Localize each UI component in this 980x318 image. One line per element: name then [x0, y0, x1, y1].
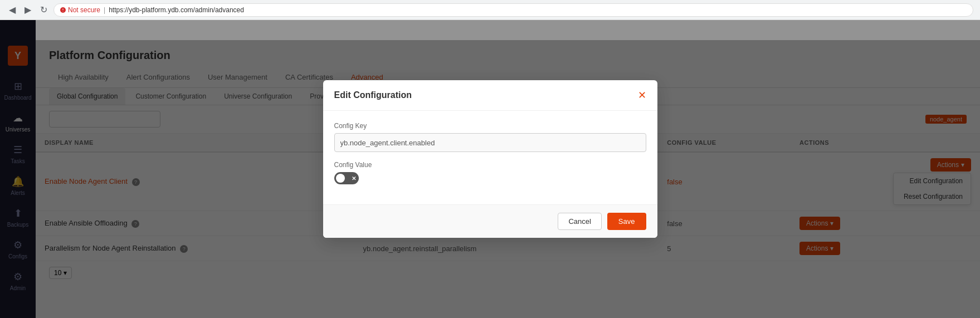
config-key-label: Config Key	[334, 122, 646, 130]
not-secure-indicator: Not secure	[60, 6, 100, 14]
back-button[interactable]: ◀	[7, 4, 18, 16]
toggle-switch[interactable]: ✕	[334, 172, 359, 184]
modal-close-button[interactable]: ✕	[638, 89, 646, 101]
config-key-group: Config Key	[334, 122, 646, 152]
config-value-label: Config Value	[334, 161, 646, 169]
reload-button[interactable]: ↻	[38, 4, 49, 16]
cancel-button[interactable]: Cancel	[558, 213, 601, 230]
not-secure-text: Not secure	[68, 6, 100, 14]
forward-button[interactable]: ▶	[22, 4, 33, 16]
browser-chrome: ◀ ▶ ↻ Not secure | https://ydb-platform.…	[0, 0, 980, 20]
toggle-x-icon: ✕	[352, 175, 356, 182]
address-bar: Not secure | https://ydb-platform.ydb.co…	[53, 3, 973, 17]
modal-header: Edit Configuration ✕	[323, 80, 657, 111]
modal-body: Config Key Config Value ✕	[323, 111, 657, 204]
modal-overlay: Edit Configuration ✕ Config Key Config V…	[0, 0, 980, 318]
modal-footer: Cancel Save	[323, 204, 657, 238]
config-value-group: Config Value ✕	[334, 161, 646, 184]
toggle-container: ✕	[334, 172, 359, 184]
config-key-input[interactable]	[334, 133, 646, 152]
svg-point-1	[63, 11, 64, 11]
url-text: https://ydb-platform.ydb.com/admin/advan…	[109, 6, 244, 14]
modal-title: Edit Configuration	[334, 90, 412, 100]
toggle-knob	[336, 174, 345, 183]
save-button[interactable]: Save	[607, 213, 646, 230]
edit-configuration-modal: Edit Configuration ✕ Config Key Config V…	[323, 80, 657, 238]
